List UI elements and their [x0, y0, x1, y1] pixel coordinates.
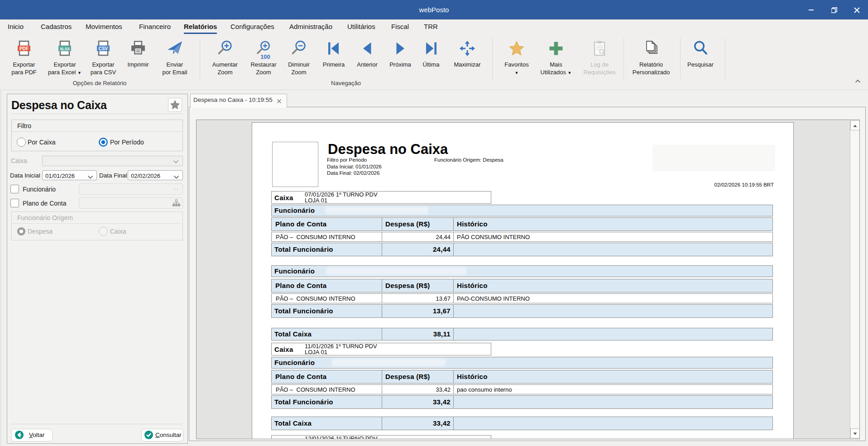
svg-text:CSV: CSV: [99, 46, 108, 51]
svg-text:PDF: PDF: [19, 46, 29, 51]
svg-text:100: 100: [260, 53, 270, 60]
svg-text:XLSX: XLSX: [60, 47, 70, 51]
